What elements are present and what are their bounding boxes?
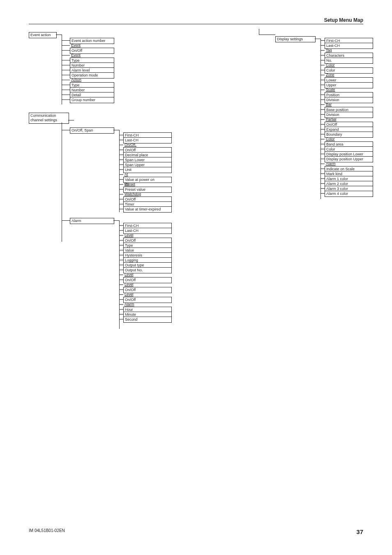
- eventaction-title: Event action: [29, 32, 57, 38]
- page-title: Setup Menu Map: [324, 17, 363, 23]
- header-rule: [29, 24, 363, 24]
- display-box: Alarm 4 color: [325, 191, 373, 197]
- ea-ac-group: Group number: [70, 97, 114, 103]
- footer: IM 04L51B01-02EN 37: [29, 528, 363, 535]
- comm-title: Communication channel settings: [29, 113, 69, 124]
- footer-left: IM 04L51B01-02EN: [29, 528, 65, 535]
- comm-span-title: On/Off, Span: [70, 127, 114, 134]
- page-number: 37: [356, 528, 363, 535]
- display-item: Alarm 4 color: [325, 191, 373, 197]
- comm-s1-r4-2: Value at timer-expired: [123, 206, 172, 213]
- comm-s2-ad-2: Second: [123, 317, 172, 323]
- comm-alarm-title: Alarm: [70, 218, 114, 224]
- display-title: Display settings: [275, 36, 316, 42]
